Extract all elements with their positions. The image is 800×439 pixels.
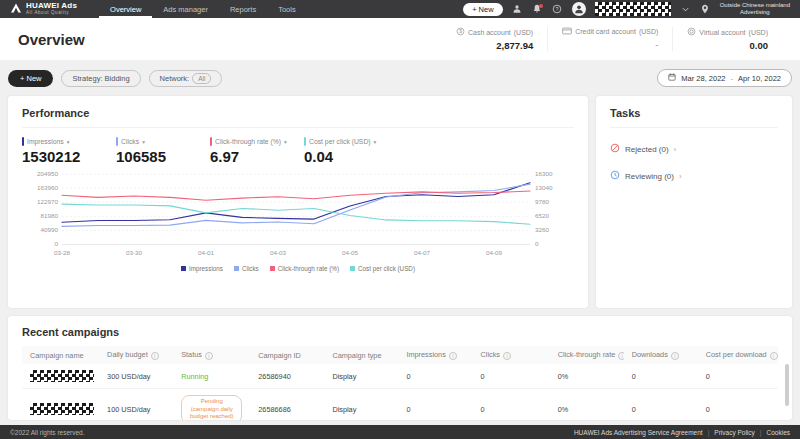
metric-click-through[interactable]: Click-through rate (%)▾6.97	[210, 137, 304, 165]
page-title: Overview	[18, 31, 85, 48]
nav-tab-tools[interactable]: Tools	[267, 0, 307, 18]
network-filter-label: Network:	[160, 74, 190, 83]
account-label: Credit card account	[575, 28, 636, 35]
performance-title: Performance	[22, 107, 574, 128]
brand-name: HUAWEI Ads	[26, 2, 77, 10]
legend-item[interactable]: Impressions	[181, 265, 223, 272]
date-range-separator: -	[731, 74, 734, 83]
info-icon[interactable]: i	[770, 352, 778, 360]
account-virtual-account[interactable]: Virtual account(USD)0.00	[672, 27, 782, 51]
cell-impressions: 0	[398, 389, 472, 421]
legend-item[interactable]: Cost per click (USD)	[350, 265, 415, 272]
status-badge: Pending (campaign daily budget reached)	[181, 395, 242, 420]
column-header[interactable]: Daily budgeti	[99, 346, 173, 364]
column-header[interactable]: Campaign name	[22, 346, 99, 364]
table-scrollbar[interactable]	[785, 364, 789, 406]
cell-campaign-id: 26586686	[250, 389, 324, 421]
credit-card-icon	[562, 27, 572, 36]
column-header[interactable]: Click-through ratei	[550, 346, 624, 364]
table-row[interactable]: 100 USD/dayPending (campaign daily budge…	[22, 389, 778, 421]
column-header[interactable]: Cost per downloadi	[698, 346, 778, 364]
svg-text:04-03: 04-03	[270, 250, 286, 255]
nav-tab-reports[interactable]: Reports	[219, 0, 267, 18]
legend-label: Clicks	[242, 265, 259, 272]
notifications-bell-icon[interactable]	[532, 4, 543, 15]
metric-color-bar	[304, 137, 306, 146]
info-icon[interactable]: i	[503, 352, 511, 360]
recent-campaigns-title: Recent campaigns	[8, 326, 792, 346]
legend-swatch	[350, 266, 355, 271]
network-filter[interactable]: Network: All	[149, 70, 223, 87]
info-icon[interactable]: i	[151, 352, 159, 360]
legend-item[interactable]: Click-through rate (%)	[270, 265, 339, 272]
performance-metrics: Impressions▾1530212Clicks▾106585Click-th…	[22, 137, 574, 165]
column-header[interactable]: Impressionsi	[398, 346, 472, 364]
svg-text:163960: 163960	[37, 186, 59, 191]
recent-campaigns-panel: Recent campaigns Campaign nameDaily budg…	[8, 316, 792, 420]
chevron-down-icon[interactable]	[680, 4, 691, 15]
brand-logo[interactable]: HUAWEI Ads All About Quality	[10, 0, 77, 18]
brand-slogan: All About Quality	[26, 11, 77, 16]
location-pin-icon	[700, 4, 711, 15]
column-header[interactable]: Downloadsi	[624, 346, 698, 364]
svg-text:40990: 40990	[40, 228, 58, 233]
metric-label: Click-through rate (%)	[215, 138, 281, 145]
metric-color-bar	[22, 137, 24, 146]
network-filter-value: All	[192, 73, 211, 84]
status-badge: Running	[181, 372, 208, 381]
column-header[interactable]: Statusi	[173, 346, 250, 364]
help-icon[interactable]: ?	[552, 4, 563, 15]
column-header[interactable]: Campaign ID	[250, 346, 324, 364]
cell-campaign-type: Display	[324, 364, 398, 389]
task-item-rejected[interactable]: Rejected (0)›	[610, 143, 778, 155]
cell-campaign-name	[22, 364, 99, 389]
nav-tab-overview[interactable]: Overview	[99, 0, 152, 18]
metric-clicks[interactable]: Clicks▾106585	[116, 137, 210, 165]
nav-tab-ads-manager[interactable]: Ads manager	[152, 0, 219, 18]
account-value: 2,877.94	[456, 40, 533, 51]
account-currency: (USD)	[639, 28, 658, 35]
column-header[interactable]: Clicksi	[473, 346, 550, 364]
calendar-icon	[668, 73, 676, 83]
footer-links: HUAWEI Ads Advertising Service Agreement…	[574, 429, 790, 436]
svg-text:81980: 81980	[40, 214, 58, 219]
campaign-name-redacted	[30, 370, 94, 382]
footer-link[interactable]: Cookies	[767, 429, 790, 436]
footer-link[interactable]: HUAWEI Ads Advertising Service Agreement	[574, 429, 703, 436]
task-item-reviewing[interactable]: Reviewing (0)›	[610, 170, 778, 182]
caret-down-icon: ▾	[142, 139, 145, 145]
account-label: Cash account	[468, 29, 511, 36]
column-header[interactable]: Campaign type	[324, 346, 398, 364]
legend-item[interactable]: Clicks	[234, 265, 259, 272]
account-label: Virtual account	[699, 29, 745, 36]
user-avatar[interactable]	[572, 2, 586, 16]
support-icon[interactable]	[512, 4, 523, 15]
caret-down-icon: ▾	[374, 139, 377, 145]
account-credit-card[interactable]: Credit card account(USD)-	[547, 27, 672, 51]
topbar-new-button[interactable]: + New	[463, 3, 502, 16]
metric-impressions[interactable]: Impressions▾1530212	[22, 137, 116, 165]
performance-chart-wrap: 2049501630016396013040122970978081980652…	[22, 170, 574, 262]
account-value: 0.00	[687, 40, 768, 51]
info-icon[interactable]: i	[449, 352, 457, 360]
task-label: Reviewing (0)	[625, 172, 674, 181]
region-selector[interactable]: Outside Chinese mainland Advertising	[720, 2, 790, 17]
svg-text:6520: 6520	[535, 214, 550, 219]
table-row[interactable]: 300 USD/dayRunning26586940Display000%00	[22, 364, 778, 389]
info-icon[interactable]: i	[671, 352, 679, 360]
legend-swatch	[234, 266, 239, 271]
info-icon[interactable]: i	[618, 352, 623, 360]
footer-link[interactable]: Privacy Policy	[714, 429, 754, 436]
new-campaign-button[interactable]: + New	[8, 70, 53, 87]
metric-cost[interactable]: Cost per click (USD)▾0.04	[304, 137, 398, 165]
legend-label: Cost per click (USD)	[358, 265, 415, 272]
info-icon[interactable]: i	[205, 352, 213, 360]
strategy-filter[interactable]: Strategy: Bidding	[61, 70, 140, 87]
tasks-panel: Tasks Rejected (0)›Reviewing (0)›	[596, 96, 792, 308]
metric-value: 106585	[116, 148, 210, 165]
metric-label: Cost per click (USD)	[309, 138, 371, 145]
date-range-picker[interactable]: Mar 28, 2022 - Apr 10, 2022	[657, 69, 792, 87]
svg-text:04-09: 04-09	[486, 250, 502, 255]
metric-label: Clicks	[121, 138, 139, 145]
account-cash-account[interactable]: $Cash account(USD)2,877.94	[442, 27, 547, 51]
